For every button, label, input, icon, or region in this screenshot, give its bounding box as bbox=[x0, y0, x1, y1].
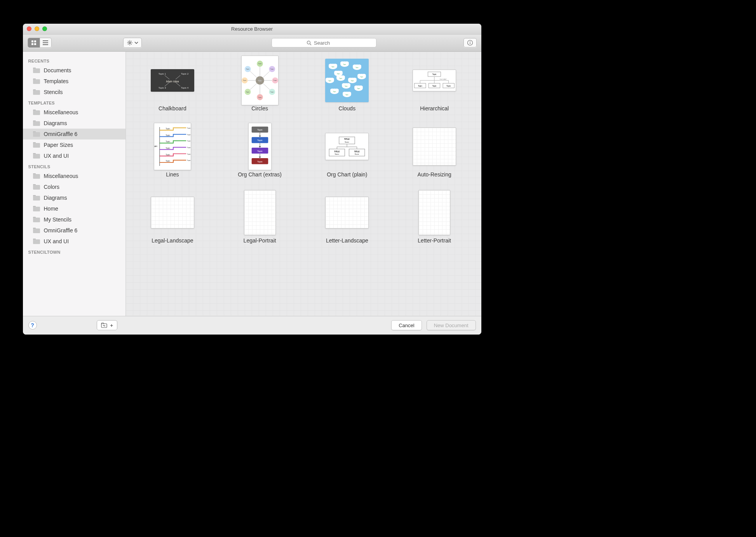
folder-icon bbox=[33, 68, 40, 73]
info-button[interactable] bbox=[463, 38, 477, 47]
svg-text:Topic: Topic bbox=[187, 140, 191, 142]
sidebar-item[interactable]: UX and UI bbox=[23, 236, 125, 247]
template-label: Hierarchical bbox=[420, 105, 449, 112]
grid-view-icon bbox=[31, 40, 37, 45]
svg-rect-0 bbox=[31, 40, 33, 42]
minimize-window-button[interactable] bbox=[35, 26, 39, 31]
svg-text:Topic: Topic bbox=[258, 63, 261, 65]
svg-text:Topic: Topic bbox=[432, 85, 437, 87]
template-item[interactable]: Legal-Portrait bbox=[224, 191, 296, 244]
template-item[interactable]: Main Idea Topic 1 Topic 2 Topic 3 Topic … bbox=[137, 59, 209, 112]
sidebar-item[interactable]: Diagrams bbox=[23, 118, 125, 129]
sidebar-item[interactable]: Miscellaneous bbox=[23, 171, 125, 181]
sidebar-item[interactable]: Documents bbox=[23, 65, 125, 76]
template-thumbnail bbox=[151, 191, 194, 234]
sidebar-item[interactable]: UX and UI bbox=[23, 150, 125, 161]
folder-icon bbox=[33, 195, 40, 201]
sidebar-item[interactable]: OmniGraffle 6 bbox=[23, 129, 125, 139]
sidebar-item-label: UX and UI bbox=[44, 153, 69, 159]
sidebar-section-header: TEMPLATES bbox=[23, 98, 125, 107]
add-linked-folder-button[interactable]: + bbox=[97, 320, 118, 330]
template-label: Legal-Portrait bbox=[244, 237, 276, 244]
list-view-button[interactable] bbox=[40, 38, 51, 47]
folder-icon bbox=[33, 228, 40, 233]
sidebar-item[interactable]: Diagrams bbox=[23, 192, 125, 203]
sidebar: RECENTSDocumentsTemplatesStencilsTEMPLAT… bbox=[23, 52, 126, 316]
svg-text:Topic: Topic bbox=[418, 85, 422, 87]
sidebar-item[interactable]: OmniGraffle 6 bbox=[23, 225, 125, 236]
svg-text:Topic: Topic bbox=[331, 66, 334, 68]
folder-icon bbox=[33, 206, 40, 211]
svg-text:Topic: Topic bbox=[154, 145, 157, 147]
sidebar-item[interactable]: Miscellaneous bbox=[23, 107, 125, 118]
svg-line-12 bbox=[128, 41, 128, 41]
template-item[interactable]: Letter-Portrait bbox=[399, 191, 470, 244]
template-label: Lines bbox=[166, 171, 179, 178]
svg-text:Topic: Topic bbox=[258, 96, 261, 98]
svg-text:Topic: Topic bbox=[187, 153, 191, 155]
sidebar-item-label: UX and UI bbox=[44, 238, 69, 244]
folder-icon bbox=[33, 239, 40, 244]
svg-point-16 bbox=[307, 41, 310, 44]
resource-browser-window: Resource Browser bbox=[23, 24, 481, 335]
zoom-window-button[interactable] bbox=[42, 26, 47, 31]
sidebar-item-label: Stencils bbox=[44, 89, 63, 95]
template-label: Org Chart (extras) bbox=[238, 171, 282, 178]
template-label: Auto-Resizing bbox=[418, 171, 451, 178]
template-item[interactable]: Topic Topic Topic Topic Org Chart (extra… bbox=[224, 125, 296, 178]
svg-text:Topic: Topic bbox=[187, 127, 191, 129]
template-item[interactable]: Letter-Landscape bbox=[311, 191, 383, 244]
svg-text:Topic: Topic bbox=[360, 76, 363, 78]
search-field[interactable] bbox=[272, 38, 376, 47]
sidebar-item[interactable]: Templates bbox=[23, 76, 125, 87]
svg-rect-3 bbox=[34, 43, 36, 45]
sidebar-item-label: My Stencils bbox=[44, 216, 72, 223]
svg-text:Topic: Topic bbox=[328, 80, 331, 82]
help-button[interactable]: ? bbox=[28, 321, 37, 330]
sidebar-item[interactable]: Colors bbox=[23, 181, 125, 192]
sidebar-section-header: STENCILS bbox=[23, 161, 125, 171]
svg-text:Line Label: Line Label bbox=[440, 78, 446, 80]
svg-text:Topic: Topic bbox=[339, 78, 342, 79]
svg-text:Topic: Topic bbox=[246, 68, 249, 70]
svg-text:Topic: Topic bbox=[351, 80, 354, 82]
template-item[interactable]: Topic Topic Topic Topic Topi bbox=[311, 59, 383, 112]
folder-icon bbox=[33, 142, 40, 148]
folder-icon bbox=[33, 217, 40, 222]
new-document-button[interactable]: New Document bbox=[427, 320, 476, 330]
sidebar-item[interactable]: Stencils bbox=[23, 87, 125, 98]
sidebar-item[interactable]: Paper Sizes bbox=[23, 139, 125, 150]
template-item[interactable]: Topic Line Label Topic Topic Topic Hiera… bbox=[399, 59, 470, 112]
template-item[interactable]: TITLE Name TITLE Name TITLE Name Org Cha… bbox=[311, 125, 383, 178]
template-item[interactable]: Topic Topic Topic Topic Topic Topic Topi… bbox=[224, 59, 296, 112]
sidebar-item[interactable]: My Stencils bbox=[23, 214, 125, 225]
action-menu-button[interactable] bbox=[123, 38, 142, 48]
sidebar-item[interactable]: Home bbox=[23, 203, 125, 214]
close-window-button[interactable] bbox=[27, 26, 31, 31]
grid-view-button[interactable] bbox=[28, 38, 40, 47]
sidebar-item-label: OmniGraffle 6 bbox=[44, 227, 78, 234]
svg-text:Topic: Topic bbox=[270, 68, 273, 70]
svg-rect-4 bbox=[43, 40, 48, 41]
gear-icon bbox=[127, 40, 133, 46]
svg-text:TITLE: TITLE bbox=[354, 150, 360, 152]
template-thumbnail: TITLE Name TITLE Name TITLE Name bbox=[325, 125, 369, 168]
sidebar-item-label: Miscellaneous bbox=[44, 109, 78, 115]
svg-rect-1 bbox=[34, 40, 36, 42]
svg-text:Topic: Topic bbox=[165, 153, 170, 155]
template-item[interactable]: Legal-Landscape bbox=[137, 191, 209, 244]
svg-text:Topic 4: Topic 4 bbox=[181, 87, 189, 89]
search-input[interactable] bbox=[314, 40, 341, 46]
cancel-button[interactable]: Cancel bbox=[391, 320, 422, 330]
svg-text:Topic: Topic bbox=[187, 146, 191, 148]
svg-text:Topic: Topic bbox=[165, 147, 170, 149]
template-label: Clouds bbox=[339, 105, 356, 112]
svg-text:Topic: Topic bbox=[257, 129, 263, 131]
template-grid: Main Idea Topic 1 Topic 2 Topic 3 Topic … bbox=[137, 59, 470, 244]
svg-text:Topic: Topic bbox=[337, 73, 340, 75]
template-label: Circles bbox=[251, 105, 268, 112]
template-item[interactable]: Topic Topic Topic Topic Topic Topic Topi… bbox=[137, 125, 209, 178]
footer: ? + Cancel New Document bbox=[23, 316, 481, 335]
template-item[interactable]: Auto-Resizing bbox=[399, 125, 470, 178]
template-label: Org Chart (plain) bbox=[327, 171, 367, 178]
